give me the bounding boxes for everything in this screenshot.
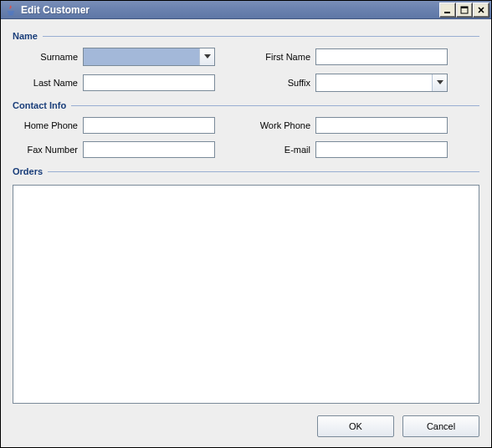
email-input[interactable] [315,141,448,158]
window-buttons [439,3,489,18]
section-name-label: Name [13,31,38,41]
section-divider [43,36,479,37]
edit-customer-window: Edit Customer Name Surname [0,0,492,448]
chevron-down-icon [437,80,443,85]
svg-marker-6 [437,80,443,84]
titlebar: Edit Customer [1,1,491,19]
section-contact-label: Contact Info [13,100,66,110]
close-icon [477,6,485,14]
surname-combo[interactable] [83,48,215,66]
name-grid: Surname First Name Last Name Suffix [14,48,479,92]
surname-label: Surname [14,52,83,62]
surname-value [84,48,199,65]
chevron-down-icon [204,54,211,59]
section-contact-header: Contact Info [13,100,479,110]
last-name-label: Last Name [14,78,83,88]
window-title: Edit Customer [21,4,439,16]
last-name-input[interactable] [83,74,215,91]
first-name-label: First Name [247,52,315,62]
email-label: E-mail [247,145,315,155]
suffix-value [316,74,432,91]
fax-number-input[interactable] [83,141,215,158]
section-divider [48,171,479,172]
minimize-button[interactable] [439,3,456,18]
surname-dropdown-button[interactable] [199,48,214,65]
java-icon [4,3,18,17]
maximize-button[interactable] [456,3,473,18]
section-name-header: Name [13,31,479,41]
cancel-button[interactable]: Cancel [402,415,479,437]
svg-marker-5 [204,54,211,59]
first-name-input[interactable] [315,48,448,65]
fax-number-label: Fax Number [14,145,83,155]
minimize-icon [443,6,452,14]
work-phone-input[interactable] [315,117,448,134]
dialog-footer: OK Cancel [13,412,479,437]
maximize-icon [460,6,469,14]
orders-list[interactable] [13,185,479,404]
svg-rect-0 [444,12,450,13]
section-orders-label: Orders [13,166,43,176]
work-phone-label: Work Phone [247,120,315,130]
suffix-label: Suffix [247,78,315,88]
ok-button[interactable]: OK [317,415,394,437]
section-divider [71,105,479,106]
contact-grid: Home Phone Work Phone Fax Number E-mail [14,117,479,158]
content-panel: Name Surname First Name Last Name Suffix [1,19,491,447]
section-orders-header: Orders [13,166,479,176]
suffix-dropdown-button[interactable] [432,74,447,91]
home-phone-label: Home Phone [14,120,83,130]
suffix-combo[interactable] [315,74,448,92]
svg-rect-2 [461,7,468,8]
home-phone-input[interactable] [83,117,215,134]
close-button[interactable] [473,3,489,18]
